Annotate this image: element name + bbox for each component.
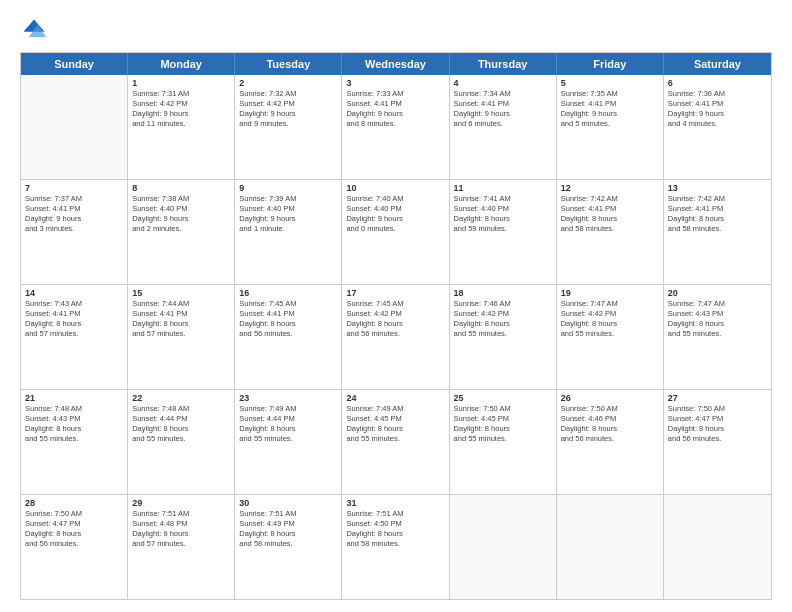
cell-line: and 58 minutes. xyxy=(561,224,659,234)
day-number: 30 xyxy=(239,498,337,508)
cell-line: Sunrise: 7:51 AM xyxy=(239,509,337,519)
cell-line: Daylight: 8 hours xyxy=(346,424,444,434)
cal-cell: 16Sunrise: 7:45 AMSunset: 4:41 PMDayligh… xyxy=(235,285,342,389)
cell-line: Sunset: 4:41 PM xyxy=(25,204,123,214)
cell-line: Sunrise: 7:51 AM xyxy=(132,509,230,519)
cell-line: and 55 minutes. xyxy=(454,329,552,339)
cell-line: Daylight: 8 hours xyxy=(25,529,123,539)
cell-line: Sunrise: 7:39 AM xyxy=(239,194,337,204)
cell-line: Sunrise: 7:42 AM xyxy=(561,194,659,204)
cell-line: Sunset: 4:44 PM xyxy=(132,414,230,424)
logo xyxy=(20,16,52,44)
page: SundayMondayTuesdayWednesdayThursdayFrid… xyxy=(0,0,792,612)
calendar-header: SundayMondayTuesdayWednesdayThursdayFrid… xyxy=(21,53,771,75)
cell-line: Daylight: 9 hours xyxy=(239,109,337,119)
cell-line: Sunrise: 7:37 AM xyxy=(25,194,123,204)
cell-line: and 0 minutes. xyxy=(346,224,444,234)
cell-line: Sunset: 4:41 PM xyxy=(561,204,659,214)
week-row-4: 21Sunrise: 7:48 AMSunset: 4:43 PMDayligh… xyxy=(21,390,771,495)
cal-cell: 6Sunrise: 7:36 AMSunset: 4:41 PMDaylight… xyxy=(664,75,771,179)
cell-line: Sunrise: 7:32 AM xyxy=(239,89,337,99)
cell-line: and 55 minutes. xyxy=(561,329,659,339)
day-header-saturday: Saturday xyxy=(664,53,771,75)
cell-line: Daylight: 8 hours xyxy=(132,424,230,434)
cell-line: Sunrise: 7:49 AM xyxy=(239,404,337,414)
cell-line: Sunrise: 7:42 AM xyxy=(668,194,767,204)
cell-line: and 56 minutes. xyxy=(25,539,123,549)
cell-line: Daylight: 8 hours xyxy=(132,529,230,539)
cell-line: Sunset: 4:48 PM xyxy=(132,519,230,529)
cell-line: Daylight: 8 hours xyxy=(239,424,337,434)
cell-line: Sunrise: 7:46 AM xyxy=(454,299,552,309)
cell-line: Daylight: 8 hours xyxy=(561,424,659,434)
cell-line: Sunrise: 7:48 AM xyxy=(132,404,230,414)
cell-line: and 55 minutes. xyxy=(132,434,230,444)
cal-cell: 27Sunrise: 7:50 AMSunset: 4:47 PMDayligh… xyxy=(664,390,771,494)
cell-line: Sunset: 4:43 PM xyxy=(25,414,123,424)
cell-line: Sunrise: 7:50 AM xyxy=(561,404,659,414)
cal-cell: 22Sunrise: 7:48 AMSunset: 4:44 PMDayligh… xyxy=(128,390,235,494)
cal-cell: 15Sunrise: 7:44 AMSunset: 4:41 PMDayligh… xyxy=(128,285,235,389)
day-number: 8 xyxy=(132,183,230,193)
cell-line: Daylight: 8 hours xyxy=(239,319,337,329)
cal-cell: 11Sunrise: 7:41 AMSunset: 4:40 PMDayligh… xyxy=(450,180,557,284)
cell-line: Daylight: 9 hours xyxy=(132,109,230,119)
cell-line: Daylight: 8 hours xyxy=(25,424,123,434)
cell-line: Daylight: 8 hours xyxy=(561,319,659,329)
cal-cell: 31Sunrise: 7:51 AMSunset: 4:50 PMDayligh… xyxy=(342,495,449,599)
cell-line: and 5 minutes. xyxy=(561,119,659,129)
cell-line: Sunrise: 7:50 AM xyxy=(668,404,767,414)
day-number: 6 xyxy=(668,78,767,88)
cal-cell: 17Sunrise: 7:45 AMSunset: 4:42 PMDayligh… xyxy=(342,285,449,389)
cal-cell xyxy=(557,495,664,599)
cell-line: and 57 minutes. xyxy=(132,539,230,549)
cell-line: Sunset: 4:42 PM xyxy=(454,309,552,319)
week-row-2: 7Sunrise: 7:37 AMSunset: 4:41 PMDaylight… xyxy=(21,180,771,285)
cell-line: Sunrise: 7:47 AM xyxy=(668,299,767,309)
cal-cell: 2Sunrise: 7:32 AMSunset: 4:42 PMDaylight… xyxy=(235,75,342,179)
cell-line: Sunrise: 7:45 AM xyxy=(346,299,444,309)
cal-cell: 3Sunrise: 7:33 AMSunset: 4:41 PMDaylight… xyxy=(342,75,449,179)
cell-line: and 58 minutes. xyxy=(239,539,337,549)
cell-line: and 55 minutes. xyxy=(454,434,552,444)
cal-cell: 5Sunrise: 7:35 AMSunset: 4:41 PMDaylight… xyxy=(557,75,664,179)
cal-cell: 4Sunrise: 7:34 AMSunset: 4:41 PMDaylight… xyxy=(450,75,557,179)
cell-line: Sunset: 4:41 PM xyxy=(454,99,552,109)
cell-line: Daylight: 9 hours xyxy=(25,214,123,224)
day-number: 15 xyxy=(132,288,230,298)
cell-line: Sunset: 4:47 PM xyxy=(25,519,123,529)
cell-line: Sunrise: 7:41 AM xyxy=(454,194,552,204)
cell-line: and 55 minutes. xyxy=(239,434,337,444)
cell-line: Sunrise: 7:38 AM xyxy=(132,194,230,204)
cell-line: Sunset: 4:47 PM xyxy=(668,414,767,424)
week-row-1: 1Sunrise: 7:31 AMSunset: 4:42 PMDaylight… xyxy=(21,75,771,180)
day-number: 23 xyxy=(239,393,337,403)
day-header-friday: Friday xyxy=(557,53,664,75)
cell-line: and 56 minutes. xyxy=(668,434,767,444)
day-header-thursday: Thursday xyxy=(450,53,557,75)
cell-line: Sunset: 4:42 PM xyxy=(346,309,444,319)
cell-line: and 58 minutes. xyxy=(346,539,444,549)
week-row-3: 14Sunrise: 7:43 AMSunset: 4:41 PMDayligh… xyxy=(21,285,771,390)
cell-line: Daylight: 8 hours xyxy=(346,319,444,329)
day-number: 12 xyxy=(561,183,659,193)
cell-line: Sunset: 4:41 PM xyxy=(668,99,767,109)
cell-line: and 56 minutes. xyxy=(239,329,337,339)
calendar: SundayMondayTuesdayWednesdayThursdayFrid… xyxy=(20,52,772,600)
cal-cell: 26Sunrise: 7:50 AMSunset: 4:46 PMDayligh… xyxy=(557,390,664,494)
cell-line: and 3 minutes. xyxy=(25,224,123,234)
cell-line: and 57 minutes. xyxy=(25,329,123,339)
cell-line: Daylight: 9 hours xyxy=(561,109,659,119)
cell-line: Daylight: 9 hours xyxy=(346,109,444,119)
cell-line: Sunset: 4:42 PM xyxy=(132,99,230,109)
cell-line: Daylight: 8 hours xyxy=(668,424,767,434)
cell-line: and 55 minutes. xyxy=(25,434,123,444)
cell-line: Sunrise: 7:47 AM xyxy=(561,299,659,309)
cal-cell: 25Sunrise: 7:50 AMSunset: 4:45 PMDayligh… xyxy=(450,390,557,494)
day-number: 5 xyxy=(561,78,659,88)
logo-icon xyxy=(20,16,48,44)
cell-line: and 56 minutes. xyxy=(346,329,444,339)
cell-line: and 9 minutes. xyxy=(239,119,337,129)
day-number: 24 xyxy=(346,393,444,403)
cell-line: Sunrise: 7:40 AM xyxy=(346,194,444,204)
